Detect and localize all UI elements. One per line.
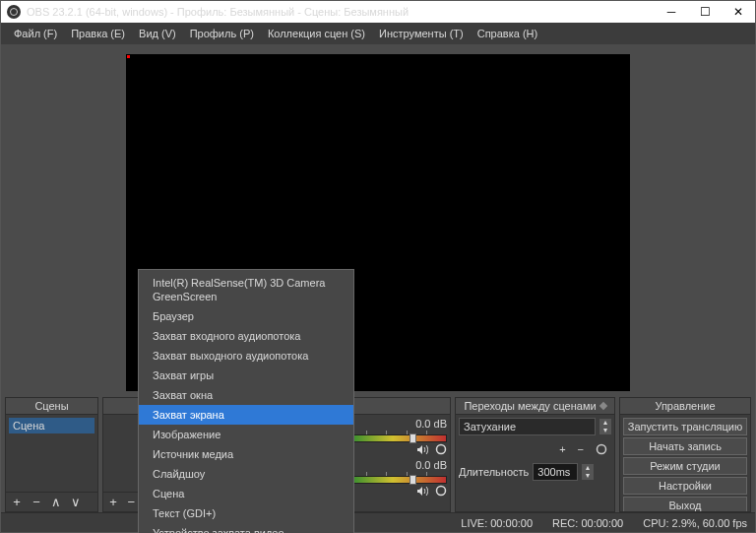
controls-panel: Управление Запустить трансляцию Начать з… — [619, 397, 751, 512]
remove-source-button[interactable]: − — [125, 496, 137, 509]
mixer-db: 0.0 dB — [415, 459, 447, 471]
svg-point-5 — [440, 490, 443, 493]
add-source-context-menu: Intel(R) RealSense(TM) 3D Camera GreenSc… — [138, 269, 354, 533]
app-icon — [7, 5, 21, 19]
cm-item-media-source[interactable]: Источник медиа — [139, 444, 353, 464]
menu-tools[interactable]: Инструменты (T) — [372, 23, 471, 44]
statusbar: LIVE: 00:00:00 REC: 00:00:00 CPU: 2.9%, … — [1, 512, 755, 532]
add-source-button[interactable]: + — [107, 496, 119, 509]
settings-button[interactable]: Настройки — [623, 477, 747, 495]
add-transition-button[interactable]: + — [555, 441, 569, 457]
menu-file[interactable]: Файл (F) — [7, 23, 64, 44]
cm-item-text-gdi[interactable]: Текст (GDI+) — [139, 503, 353, 523]
cm-item-image[interactable]: Изображение — [139, 425, 353, 444]
transitions-panel: Переходы между сценами Затухание ▴▾ + − … — [455, 397, 615, 512]
menu-help[interactable]: Справка (H) — [471, 23, 544, 44]
gear-icon[interactable] — [435, 443, 447, 455]
cm-item-video-capture[interactable]: Устройство захвата видео — [139, 523, 353, 533]
scene-up-button[interactable]: ∧ — [49, 496, 63, 509]
cm-item-slideshow[interactable]: Слайдшоу — [139, 464, 353, 484]
menu-scene-collection[interactable]: Коллекция сцен (S) — [261, 23, 372, 44]
remove-scene-button[interactable]: − — [30, 496, 43, 509]
menu-profile[interactable]: Профиль (P) — [183, 23, 261, 44]
minimize-button[interactable]: ─ — [655, 1, 688, 23]
transitions-header: Переходы между сценами — [464, 398, 596, 415]
add-scene-button[interactable]: + — [10, 496, 24, 509]
duration-label: Длительность — [459, 466, 529, 478]
duration-input[interactable]: 300ms — [533, 463, 578, 481]
panel-menu-icon[interactable] — [598, 402, 606, 410]
scenes-header: Сцены — [6, 398, 97, 415]
start-streaming-button[interactable]: Запустить трансляцию — [623, 418, 747, 435]
cm-item-window-capture[interactable]: Захват окна — [139, 385, 353, 405]
cm-item-browser[interactable]: Браузер — [139, 306, 353, 326]
menu-edit[interactable]: Правка (E) — [64, 23, 132, 44]
window-title: OBS 23.2.1 (64-bit, windows) - Профиль: … — [27, 6, 409, 18]
cm-item-realsense[interactable]: Intel(R) RealSense(TM) 3D Camera GreenSc… — [139, 273, 353, 306]
mixer-db: 0.0 dB — [415, 418, 447, 430]
remove-transition-button[interactable]: − — [574, 441, 588, 457]
scene-down-button[interactable]: ∨ — [69, 496, 83, 509]
preview-area — [1, 44, 755, 397]
maximize-button[interactable]: ☐ — [688, 1, 722, 23]
cm-item-audio-input[interactable]: Захват входного аудиопотока — [139, 326, 353, 346]
svg-point-7 — [600, 448, 603, 451]
controls-header: Управление — [620, 398, 750, 415]
cm-item-game-capture[interactable]: Захват игры — [139, 366, 353, 385]
scenes-panel: Сцены Сцена + − ∧ ∨ — [5, 397, 98, 512]
menu-view[interactable]: Вид (V) — [132, 23, 183, 44]
status-live: LIVE: 00:00:00 — [461, 517, 533, 529]
cm-item-scene[interactable]: Сцена — [139, 484, 353, 503]
titlebar: OBS 23.2.1 (64-bit, windows) - Профиль: … — [1, 1, 755, 23]
stepper-down-icon[interactable]: ▾ — [582, 472, 594, 480]
cm-item-audio-output[interactable]: Захват выходного аудиопотока — [139, 346, 353, 366]
speaker-icon[interactable] — [416, 444, 429, 455]
close-button[interactable]: ✕ — [722, 1, 755, 23]
speaker-icon[interactable] — [416, 486, 429, 497]
status-rec: REC: 00:00:00 — [552, 517, 623, 529]
scene-item[interactable]: Сцена — [9, 418, 94, 433]
exit-button[interactable]: Выход — [623, 497, 747, 511]
cm-item-display-capture[interactable]: Захват экрана — [139, 405, 353, 425]
svg-point-3 — [440, 448, 443, 451]
transition-settings-button[interactable] — [592, 441, 611, 457]
stepper-down-icon[interactable]: ▾ — [599, 427, 611, 434]
selection-handle[interactable] — [127, 55, 130, 58]
studio-mode-button[interactable]: Режим студии — [623, 457, 747, 475]
status-cpu: CPU: 2.9%, 60.00 fps — [643, 517, 747, 529]
start-recording-button[interactable]: Начать запись — [623, 437, 747, 455]
transition-select[interactable]: Затухание — [459, 418, 596, 435]
gear-icon[interactable] — [435, 485, 447, 497]
menubar: Файл (F) Правка (E) Вид (V) Профиль (P) … — [1, 23, 755, 44]
